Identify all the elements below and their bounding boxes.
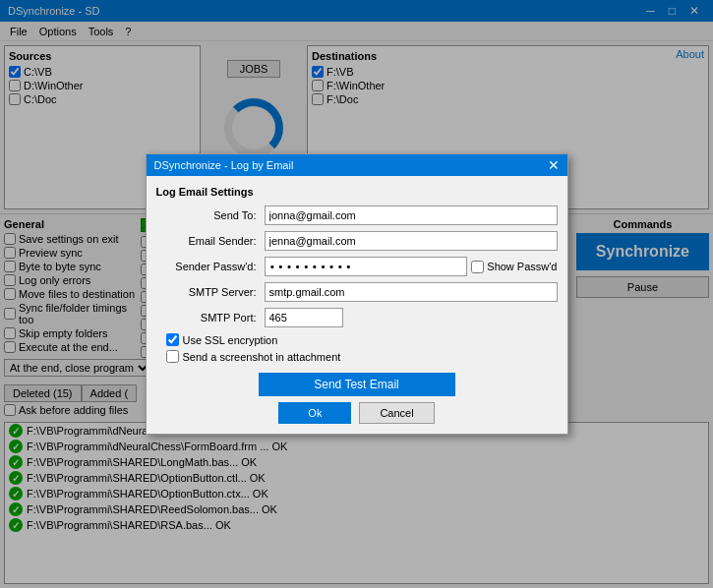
ssl-label: Use SSL encryption	[183, 334, 278, 346]
smtp-port-row: SMTP Port:	[156, 308, 558, 327]
smtp-server-input[interactable]	[265, 282, 558, 302]
modal-ok-button[interactable]: Ok	[278, 402, 351, 424]
send-to-row: Send To:	[156, 206, 558, 225]
smtp-server-label: SMTP Server:	[156, 286, 265, 298]
send-test-button[interactable]: Send Test Email	[259, 373, 455, 396]
send-to-input[interactable]	[265, 206, 558, 225]
ssl-checkbox-row: Use SSL encryption	[156, 333, 558, 346]
modal-close-button[interactable]: ✕	[548, 157, 560, 173]
sender-password-input[interactable]	[265, 257, 468, 276]
show-password-row: Show Passw'd	[471, 261, 557, 273]
smtp-port-label: SMTP Port:	[156, 312, 265, 323]
show-password-label: Show Passw'd	[487, 261, 557, 272]
smtp-port-input[interactable]	[265, 308, 343, 327]
send-to-label: Send To:	[156, 209, 265, 221]
smtp-server-row: SMTP Server:	[156, 282, 558, 302]
screenshot-checkbox[interactable]	[166, 350, 179, 363]
modal-content: Log Email Settings Send To: Email Sender…	[147, 176, 567, 434]
modal-ok-cancel: Ok Cancel	[278, 402, 434, 424]
email-sender-row: Email Sender:	[156, 231, 558, 251]
log-email-modal: DSynchronize - Log by Email ✕ Log Email …	[146, 153, 568, 435]
show-password-checkbox[interactable]	[471, 261, 484, 273]
modal-title-bar: DSynchronize - Log by Email ✕	[147, 154, 567, 176]
sender-password-label: Sender Passw'd:	[156, 261, 265, 272]
ssl-checkbox[interactable]	[166, 333, 179, 346]
modal-buttons: Send Test Email Ok Cancel	[156, 373, 558, 424]
modal-cancel-button[interactable]: Cancel	[359, 402, 434, 424]
screenshot-checkbox-row: Send a screenshot in attachment	[156, 350, 558, 363]
modal-section-title: Log Email Settings	[156, 186, 558, 198]
email-sender-input[interactable]	[265, 231, 558, 251]
email-sender-label: Email Sender:	[156, 235, 265, 247]
sender-password-row: Sender Passw'd: Show Passw'd	[156, 257, 558, 276]
screenshot-label: Send a screenshot in attachment	[183, 351, 341, 363]
modal-overlay: DSynchronize - Log by Email ✕ Log Email …	[0, 0, 713, 588]
modal-title: DSynchronize - Log by Email	[154, 159, 294, 171]
